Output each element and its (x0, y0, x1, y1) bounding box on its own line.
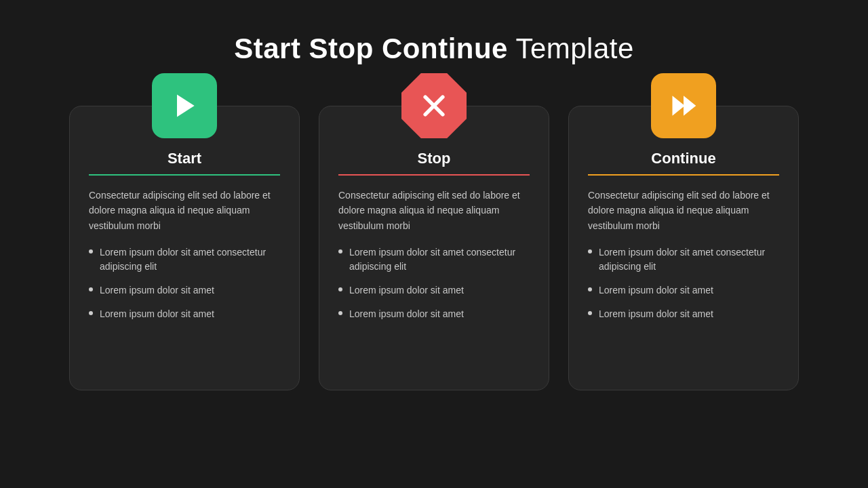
continue-title: Continue (651, 150, 715, 167)
start-divider (89, 174, 280, 176)
list-item: Lorem ipsum dolor sit amet (338, 283, 530, 298)
continue-divider (588, 174, 779, 176)
stop-title: Stop (418, 150, 451, 167)
title-bold-part: Start Stop Continue (234, 33, 508, 64)
stop-icon (401, 73, 467, 138)
bullet-icon (89, 287, 93, 291)
bullet-icon (338, 311, 342, 315)
stop-card-wrapper: Stop Consectetur adipiscing elit sed do … (319, 106, 549, 390)
list-item: Lorem ipsum dolor sit amet consectetur a… (588, 245, 779, 274)
list-item: Lorem ipsum dolor sit amet consectetur a… (89, 245, 280, 274)
bullet-icon (588, 249, 592, 253)
list-item: Lorem ipsum dolor sit amet (588, 307, 779, 321)
forward-icon (669, 91, 698, 121)
list-item: Lorem ipsum dolor sit amet (588, 283, 779, 298)
list-item: Lorem ipsum dolor sit amet (89, 283, 280, 298)
svg-marker-3 (673, 96, 685, 115)
x-icon (419, 91, 449, 121)
list-item: Lorem ipsum dolor sit amet (89, 307, 280, 321)
start-icon (152, 73, 217, 138)
stop-list: Lorem ipsum dolor sit amet consectetur a… (338, 245, 530, 321)
continue-card-wrapper: Continue Consectetur adipiscing elit sed… (568, 106, 799, 390)
svg-marker-4 (684, 96, 696, 115)
stop-card: Stop Consectetur adipiscing elit sed do … (319, 106, 549, 390)
continue-description: Consectetur adipiscing elit sed do labor… (588, 188, 779, 233)
bullet-icon (89, 311, 93, 315)
bullet-icon (89, 249, 93, 253)
svg-marker-0 (177, 95, 195, 117)
start-description: Consectetur adipiscing elit sed do labor… (89, 188, 280, 233)
start-card-wrapper: Start Consectetur adipiscing elit sed do… (69, 106, 300, 390)
continue-icon (651, 73, 716, 138)
title-normal-part: Template (508, 33, 634, 64)
bullet-icon (338, 287, 342, 291)
start-list: Lorem ipsum dolor sit amet consectetur a… (89, 245, 280, 321)
continue-card: Continue Consectetur adipiscing elit sed… (568, 106, 799, 390)
list-item: Lorem ipsum dolor sit amet (338, 307, 530, 321)
bullet-icon (588, 287, 592, 291)
bullet-icon (588, 311, 592, 315)
continue-list: Lorem ipsum dolor sit amet consectetur a… (588, 245, 779, 321)
stop-divider (338, 174, 530, 176)
stop-description: Consectetur adipiscing elit sed do labor… (338, 188, 530, 233)
page-title: Start Stop Continue Template (234, 33, 634, 65)
play-icon (170, 91, 199, 121)
cards-container: Start Consectetur adipiscing elit sed do… (28, 106, 840, 390)
list-item: Lorem ipsum dolor sit amet consectetur a… (338, 245, 530, 274)
bullet-icon (338, 249, 342, 253)
start-card: Start Consectetur adipiscing elit sed do… (69, 106, 300, 390)
start-title: Start (167, 150, 201, 167)
